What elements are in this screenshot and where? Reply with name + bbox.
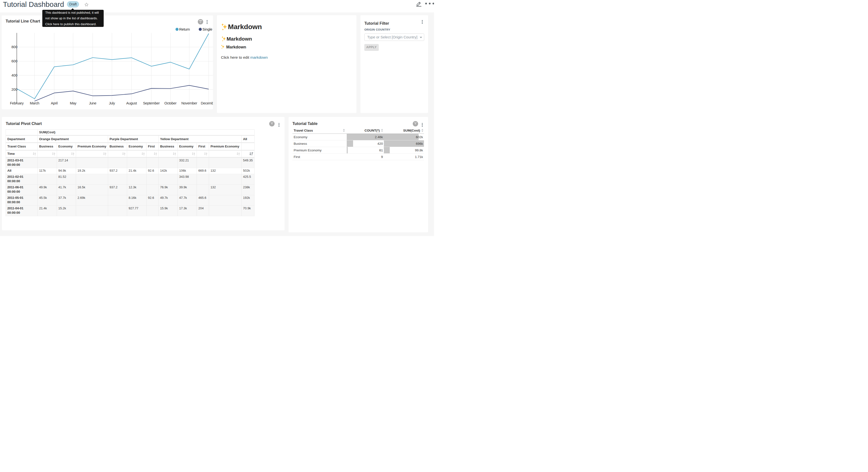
svg-text:May: May	[70, 101, 77, 105]
svg-text:August: August	[126, 101, 137, 105]
svg-text:October: October	[164, 101, 177, 105]
svg-text:July: July	[109, 101, 115, 105]
svg-text:June: June	[89, 101, 96, 105]
svg-text:February: February	[10, 101, 24, 105]
svg-text:600: 600	[11, 59, 18, 63]
svg-text:April: April	[51, 101, 58, 105]
svg-text:December: December	[201, 101, 213, 105]
svg-text:200: 200	[11, 87, 18, 91]
svg-text:March: March	[30, 101, 39, 105]
svg-text:November: November	[181, 101, 197, 105]
svg-text:Single: Single	[203, 27, 212, 31]
svg-text:400: 400	[11, 73, 18, 77]
svg-text:800: 800	[11, 45, 18, 49]
svg-text:Return: Return	[179, 27, 190, 31]
svg-text:September: September	[143, 101, 160, 105]
